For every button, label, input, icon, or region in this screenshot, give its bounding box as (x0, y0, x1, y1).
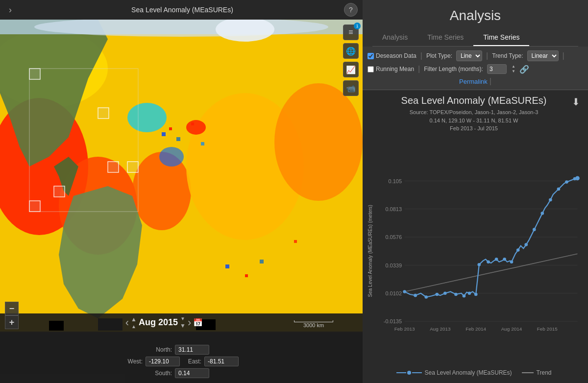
svg-text:0.0102: 0.0102 (385, 290, 402, 296)
tab-time-series-2[interactable]: Time Series (473, 29, 529, 46)
chart-button[interactable]: 📈 (343, 62, 359, 77)
trend-type-select[interactable]: Linear (527, 50, 559, 61)
north-input[interactable] (175, 345, 209, 355)
layers-icon: ≡ (348, 28, 353, 37)
analysis-tabs: Analysis Time Series Time Series (372, 29, 578, 47)
running-mean-checkbox[interactable] (368, 66, 374, 72)
svg-rect-25 (294, 240, 297, 243)
legend-series-indicator (396, 371, 422, 375)
svg-point-56 (443, 291, 447, 295)
legend-line-segment (396, 372, 406, 373)
zoom-minus-button[interactable]: − (5, 302, 19, 315)
divider-4: | (418, 65, 420, 73)
svg-point-68 (533, 228, 536, 231)
svg-text:Feb 2015: Feb 2015 (537, 326, 558, 331)
expand-map-button[interactable]: › (5, 3, 16, 17)
spin-up[interactable]: ▲ (512, 64, 515, 69)
svg-point-74 (575, 176, 580, 180)
next-date-button[interactable]: › (188, 316, 191, 329)
svg-rect-18 (169, 127, 172, 130)
chart-svg: 0.105 0.0813 0.0576 0.0339 0 (375, 137, 580, 366)
date-down-fast-button[interactable]: ▼ (180, 322, 186, 329)
analysis-panel-title: Analysis (372, 8, 578, 24)
deseason-checkbox[interactable] (368, 53, 374, 59)
svg-point-4 (132, 152, 191, 230)
chart-inner: 0.105 0.0813 0.0576 0.0339 0 (375, 137, 580, 366)
running-mean-checkbox-label[interactable]: Running Mean (368, 66, 414, 72)
camera-icon: 📹 (346, 84, 356, 93)
date-up-fast-button[interactable]: ▲ (131, 316, 137, 323)
east-input[interactable] (204, 357, 239, 366)
trend-type-label: Trend Type: (492, 52, 523, 59)
svg-point-54 (424, 295, 428, 299)
chart-container: Sea Level Anomaly (MEaSUREs) (meters) 0.… (368, 137, 580, 366)
svg-point-60 (474, 292, 478, 296)
map-title: Sea Level Anomaly (MEaSUREs) (21, 6, 344, 14)
svg-rect-29 (54, 186, 65, 197)
chart-legend: Sea Level Anomaly (MEaSUREs) Trend (368, 365, 580, 378)
tab-time-series-1[interactable]: Time Series (417, 29, 473, 46)
globe-button[interactable]: 🌐 (343, 43, 359, 59)
north-label: North: (153, 346, 172, 353)
divider-1: | (420, 51, 422, 60)
spin-down[interactable]: ▼ (512, 69, 515, 74)
svg-text:Feb 2014: Feb 2014 (466, 326, 486, 331)
svg-point-65 (510, 260, 514, 263)
svg-point-53 (414, 293, 417, 297)
west-input[interactable] (146, 357, 180, 366)
map-canvas (0, 20, 363, 333)
deseason-label: Deseason Data (376, 52, 416, 59)
svg-rect-20 (191, 122, 194, 125)
chart-subtitle: Source: TOPEX/Poseidon, Jason-1, Jason-2… (368, 108, 580, 133)
date-down-button[interactable]: ▼ (180, 316, 185, 321)
tab-analysis[interactable]: Analysis (372, 29, 417, 46)
south-label: South: (153, 370, 172, 377)
download-button[interactable]: ⬇ (572, 96, 580, 108)
map-right-icons: ≡ 1 🌐 📈 📹 (343, 24, 359, 96)
svg-text:0.105: 0.105 (389, 178, 402, 184)
legend-trend-label: Trend (537, 369, 552, 376)
link-icon[interactable]: 🔗 (519, 65, 529, 74)
legend-series: Sea Level Anomaly (MEaSUREs) (396, 369, 512, 376)
filter-length-label: Filter Length (months): (424, 66, 483, 72)
svg-point-71 (557, 187, 561, 191)
controls-bar: Deseason Data | Plot Type: Line | Trend … (363, 47, 588, 90)
svg-point-61 (478, 263, 481, 266)
svg-rect-22 (225, 264, 229, 268)
help-button[interactable]: ? (344, 3, 358, 17)
analysis-panel: Analysis Analysis Time Series Time Serie… (363, 0, 588, 383)
map-panel: › Sea Level Anomaly (MEaSUREs) ? ≡ 1 🌐 📈… (0, 0, 363, 383)
svg-text:0.0576: 0.0576 (385, 234, 402, 240)
legend-line-segment-2 (412, 372, 422, 373)
deseason-checkbox-label[interactable]: Deseason Data (368, 52, 416, 59)
svg-point-70 (549, 198, 552, 201)
plot-type-select[interactable]: Line (456, 50, 482, 61)
spin-arrows: ▲ ▼ (512, 64, 515, 73)
chart-title: Sea Level Anomaly (MEaSUREs) (401, 95, 547, 106)
svg-point-64 (503, 257, 506, 261)
svg-text:Feb 2013: Feb 2013 (394, 326, 415, 331)
svg-point-6 (274, 83, 363, 201)
svg-rect-17 (162, 132, 166, 136)
svg-point-9 (186, 120, 206, 135)
camera-button[interactable]: 📹 (343, 80, 359, 96)
layer-count-badge: 1 (354, 23, 361, 29)
legend-dot (407, 371, 411, 375)
running-mean-label: Running Mean (376, 66, 414, 72)
calendar-button[interactable]: 📅 (193, 318, 203, 327)
legend-trend-indicator (522, 372, 534, 373)
svg-point-69 (541, 212, 544, 215)
layers-button[interactable]: ≡ 1 (343, 24, 359, 40)
svg-text:Aug 2013: Aug 2013 (430, 326, 451, 331)
divider-3: | (563, 51, 564, 60)
permalink-button[interactable]: Permalink (459, 78, 488, 85)
svg-rect-23 (245, 274, 248, 277)
date-navigation: ‹ ▲ ▲ Aug 2015 ▼ ▼ › 📅 (0, 316, 328, 329)
prev-date-button[interactable]: ‹ (125, 316, 129, 329)
date-up-button[interactable]: ▲ (131, 324, 136, 329)
svg-point-57 (454, 292, 458, 296)
filter-length-input[interactable] (487, 64, 507, 74)
svg-point-72 (565, 180, 568, 184)
south-input[interactable] (175, 368, 209, 378)
east-label: East: (183, 358, 201, 365)
